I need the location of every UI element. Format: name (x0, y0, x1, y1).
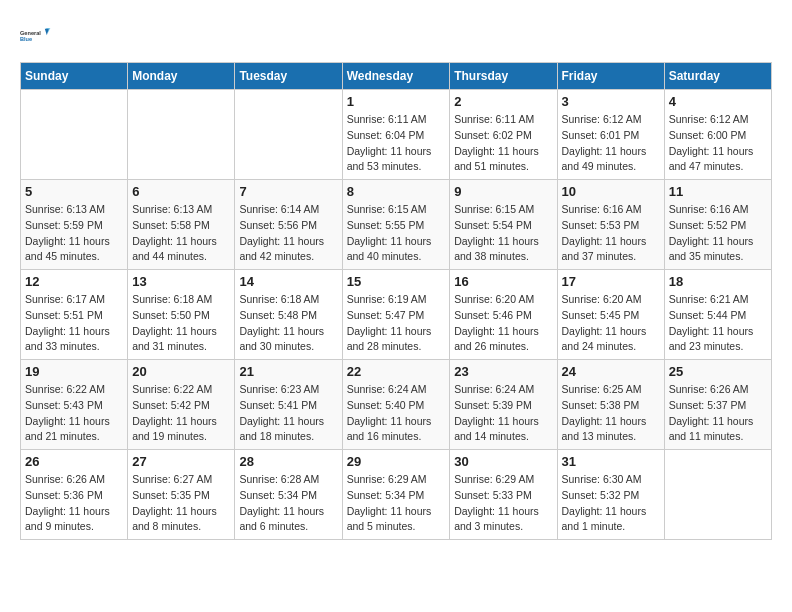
calendar-cell: 6Sunrise: 6:13 AMSunset: 5:58 PMDaylight… (128, 180, 235, 270)
day-number: 1 (347, 94, 446, 109)
day-info: Sunrise: 6:12 AMSunset: 6:00 PMDaylight:… (669, 112, 767, 175)
calendar-week-row: 5Sunrise: 6:13 AMSunset: 5:59 PMDaylight… (21, 180, 772, 270)
day-number: 18 (669, 274, 767, 289)
day-info: Sunrise: 6:29 AMSunset: 5:34 PMDaylight:… (347, 472, 446, 535)
day-info: Sunrise: 6:24 AMSunset: 5:40 PMDaylight:… (347, 382, 446, 445)
day-info: Sunrise: 6:11 AMSunset: 6:02 PMDaylight:… (454, 112, 552, 175)
day-info: Sunrise: 6:12 AMSunset: 6:01 PMDaylight:… (562, 112, 660, 175)
weekday-header: Tuesday (235, 63, 342, 90)
day-info: Sunrise: 6:22 AMSunset: 5:43 PMDaylight:… (25, 382, 123, 445)
svg-text:Blue: Blue (20, 36, 32, 42)
calendar-cell: 16Sunrise: 6:20 AMSunset: 5:46 PMDayligh… (450, 270, 557, 360)
calendar-cell: 9Sunrise: 6:15 AMSunset: 5:54 PMDaylight… (450, 180, 557, 270)
calendar-table: SundayMondayTuesdayWednesdayThursdayFrid… (20, 62, 772, 540)
calendar-week-row: 19Sunrise: 6:22 AMSunset: 5:43 PMDayligh… (21, 360, 772, 450)
day-number: 5 (25, 184, 123, 199)
calendar-cell: 12Sunrise: 6:17 AMSunset: 5:51 PMDayligh… (21, 270, 128, 360)
day-info: Sunrise: 6:20 AMSunset: 5:46 PMDaylight:… (454, 292, 552, 355)
day-number: 16 (454, 274, 552, 289)
weekday-header: Monday (128, 63, 235, 90)
day-number: 10 (562, 184, 660, 199)
day-number: 29 (347, 454, 446, 469)
day-number: 7 (239, 184, 337, 199)
calendar-cell: 30Sunrise: 6:29 AMSunset: 5:33 PMDayligh… (450, 450, 557, 540)
calendar-cell: 19Sunrise: 6:22 AMSunset: 5:43 PMDayligh… (21, 360, 128, 450)
day-info: Sunrise: 6:28 AMSunset: 5:34 PMDaylight:… (239, 472, 337, 535)
calendar-cell: 17Sunrise: 6:20 AMSunset: 5:45 PMDayligh… (557, 270, 664, 360)
day-number: 21 (239, 364, 337, 379)
logo: GeneralBlue (20, 20, 52, 52)
calendar-cell: 1Sunrise: 6:11 AMSunset: 6:04 PMDaylight… (342, 90, 450, 180)
calendar-cell (664, 450, 771, 540)
day-number: 20 (132, 364, 230, 379)
calendar-cell: 3Sunrise: 6:12 AMSunset: 6:01 PMDaylight… (557, 90, 664, 180)
calendar-cell: 18Sunrise: 6:21 AMSunset: 5:44 PMDayligh… (664, 270, 771, 360)
day-number: 28 (239, 454, 337, 469)
day-number: 13 (132, 274, 230, 289)
calendar-cell: 29Sunrise: 6:29 AMSunset: 5:34 PMDayligh… (342, 450, 450, 540)
day-number: 22 (347, 364, 446, 379)
day-info: Sunrise: 6:30 AMSunset: 5:32 PMDaylight:… (562, 472, 660, 535)
calendar-cell: 11Sunrise: 6:16 AMSunset: 5:52 PMDayligh… (664, 180, 771, 270)
day-info: Sunrise: 6:18 AMSunset: 5:48 PMDaylight:… (239, 292, 337, 355)
calendar-cell: 13Sunrise: 6:18 AMSunset: 5:50 PMDayligh… (128, 270, 235, 360)
day-number: 31 (562, 454, 660, 469)
calendar-cell (235, 90, 342, 180)
calendar-week-row: 12Sunrise: 6:17 AMSunset: 5:51 PMDayligh… (21, 270, 772, 360)
calendar-cell: 14Sunrise: 6:18 AMSunset: 5:48 PMDayligh… (235, 270, 342, 360)
day-number: 15 (347, 274, 446, 289)
calendar-cell: 31Sunrise: 6:30 AMSunset: 5:32 PMDayligh… (557, 450, 664, 540)
calendar-cell: 15Sunrise: 6:19 AMSunset: 5:47 PMDayligh… (342, 270, 450, 360)
calendar-cell: 21Sunrise: 6:23 AMSunset: 5:41 PMDayligh… (235, 360, 342, 450)
day-number: 9 (454, 184, 552, 199)
day-number: 6 (132, 184, 230, 199)
weekday-header: Friday (557, 63, 664, 90)
calendar-cell: 7Sunrise: 6:14 AMSunset: 5:56 PMDaylight… (235, 180, 342, 270)
day-info: Sunrise: 6:19 AMSunset: 5:47 PMDaylight:… (347, 292, 446, 355)
calendar-cell: 22Sunrise: 6:24 AMSunset: 5:40 PMDayligh… (342, 360, 450, 450)
calendar-cell: 2Sunrise: 6:11 AMSunset: 6:02 PMDaylight… (450, 90, 557, 180)
day-info: Sunrise: 6:13 AMSunset: 5:58 PMDaylight:… (132, 202, 230, 265)
day-number: 17 (562, 274, 660, 289)
calendar-cell: 10Sunrise: 6:16 AMSunset: 5:53 PMDayligh… (557, 180, 664, 270)
calendar-cell (128, 90, 235, 180)
calendar-cell: 26Sunrise: 6:26 AMSunset: 5:36 PMDayligh… (21, 450, 128, 540)
calendar-cell: 5Sunrise: 6:13 AMSunset: 5:59 PMDaylight… (21, 180, 128, 270)
day-info: Sunrise: 6:11 AMSunset: 6:04 PMDaylight:… (347, 112, 446, 175)
day-info: Sunrise: 6:24 AMSunset: 5:39 PMDaylight:… (454, 382, 552, 445)
calendar-cell: 27Sunrise: 6:27 AMSunset: 5:35 PMDayligh… (128, 450, 235, 540)
day-info: Sunrise: 6:14 AMSunset: 5:56 PMDaylight:… (239, 202, 337, 265)
weekday-header: Saturday (664, 63, 771, 90)
calendar-cell: 23Sunrise: 6:24 AMSunset: 5:39 PMDayligh… (450, 360, 557, 450)
weekday-header: Thursday (450, 63, 557, 90)
day-number: 19 (25, 364, 123, 379)
calendar-cell: 28Sunrise: 6:28 AMSunset: 5:34 PMDayligh… (235, 450, 342, 540)
day-info: Sunrise: 6:15 AMSunset: 5:55 PMDaylight:… (347, 202, 446, 265)
calendar-week-row: 1Sunrise: 6:11 AMSunset: 6:04 PMDaylight… (21, 90, 772, 180)
day-info: Sunrise: 6:23 AMSunset: 5:41 PMDaylight:… (239, 382, 337, 445)
calendar-header-row: SundayMondayTuesdayWednesdayThursdayFrid… (21, 63, 772, 90)
calendar-cell: 25Sunrise: 6:26 AMSunset: 5:37 PMDayligh… (664, 360, 771, 450)
page-header: GeneralBlue (20, 20, 772, 52)
day-number: 3 (562, 94, 660, 109)
svg-text:General: General (20, 30, 41, 36)
day-number: 4 (669, 94, 767, 109)
day-info: Sunrise: 6:22 AMSunset: 5:42 PMDaylight:… (132, 382, 230, 445)
day-info: Sunrise: 6:17 AMSunset: 5:51 PMDaylight:… (25, 292, 123, 355)
day-number: 8 (347, 184, 446, 199)
day-number: 2 (454, 94, 552, 109)
day-info: Sunrise: 6:25 AMSunset: 5:38 PMDaylight:… (562, 382, 660, 445)
day-info: Sunrise: 6:21 AMSunset: 5:44 PMDaylight:… (669, 292, 767, 355)
day-info: Sunrise: 6:26 AMSunset: 5:36 PMDaylight:… (25, 472, 123, 535)
calendar-cell: 24Sunrise: 6:25 AMSunset: 5:38 PMDayligh… (557, 360, 664, 450)
calendar-cell: 20Sunrise: 6:22 AMSunset: 5:42 PMDayligh… (128, 360, 235, 450)
day-number: 11 (669, 184, 767, 199)
day-info: Sunrise: 6:15 AMSunset: 5:54 PMDaylight:… (454, 202, 552, 265)
day-number: 25 (669, 364, 767, 379)
calendar-cell: 4Sunrise: 6:12 AMSunset: 6:00 PMDaylight… (664, 90, 771, 180)
calendar-cell: 8Sunrise: 6:15 AMSunset: 5:55 PMDaylight… (342, 180, 450, 270)
day-info: Sunrise: 6:29 AMSunset: 5:33 PMDaylight:… (454, 472, 552, 535)
weekday-header: Wednesday (342, 63, 450, 90)
day-number: 23 (454, 364, 552, 379)
day-info: Sunrise: 6:13 AMSunset: 5:59 PMDaylight:… (25, 202, 123, 265)
